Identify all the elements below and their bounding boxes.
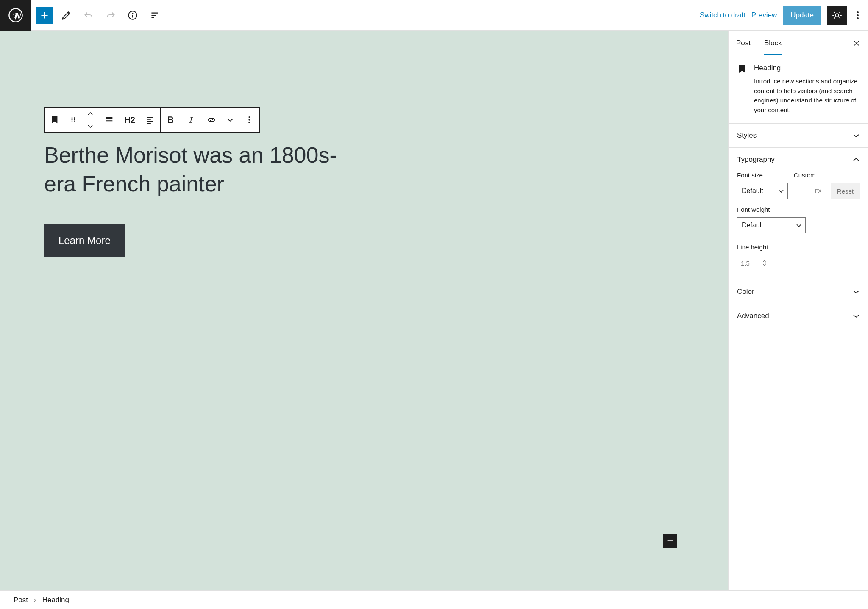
svg-point-4 — [857, 11, 859, 13]
panel-typography[interactable]: Typography — [729, 148, 868, 172]
custom-label: Custom — [794, 172, 825, 179]
chevron-right-icon: › — [34, 596, 36, 604]
close-sidebar-button[interactable] — [853, 39, 860, 47]
tab-post[interactable]: Post — [736, 31, 751, 55]
svg-rect-13 — [106, 117, 113, 119]
settings-button[interactable] — [827, 6, 847, 25]
link-button[interactable] — [201, 108, 222, 132]
info-button[interactable] — [124, 7, 141, 24]
chevron-down-icon — [853, 290, 860, 294]
append-block-button[interactable] — [663, 534, 677, 548]
panel-color[interactable]: Color — [729, 280, 868, 304]
svg-point-8 — [74, 117, 75, 119]
svg-point-15 — [248, 119, 250, 120]
italic-button[interactable] — [181, 108, 201, 132]
button-block[interactable]: Learn More — [44, 224, 125, 257]
block-title: Heading — [754, 64, 860, 72]
font-size-label: Font size — [737, 172, 788, 179]
chevron-down-icon — [853, 314, 860, 318]
editor-topbar: Switch to draft Preview Update — [0, 0, 868, 31]
move-up-button[interactable] — [82, 108, 99, 120]
wordpress-logo[interactable] — [0, 0, 31, 31]
chevron-down-icon — [853, 133, 860, 138]
svg-point-6 — [857, 17, 859, 19]
chevron-down-icon — [778, 189, 784, 193]
svg-point-5 — [857, 14, 859, 16]
heading-level-button[interactable]: H2 — [120, 108, 140, 132]
custom-font-size-input[interactable]: PX — [794, 183, 825, 199]
block-options-button[interactable] — [239, 108, 259, 132]
redo-button[interactable] — [102, 7, 119, 24]
tools-button[interactable] — [58, 7, 75, 24]
tab-block[interactable]: Block — [764, 31, 782, 55]
editor-canvas[interactable]: H2 — [0, 31, 728, 590]
font-size-select[interactable]: Default — [737, 183, 788, 199]
undo-button[interactable] — [80, 7, 97, 24]
breadcrumb-current[interactable]: Heading — [42, 596, 69, 604]
panel-styles[interactable]: Styles — [729, 124, 868, 147]
align-button[interactable] — [99, 108, 120, 132]
chevron-down-icon — [796, 224, 802, 227]
switch-to-draft-button[interactable]: Switch to draft — [700, 11, 746, 19]
settings-sidebar: Post Block Heading Introduce new section… — [728, 31, 868, 590]
more-rich-text-button[interactable] — [222, 108, 239, 132]
svg-point-11 — [72, 121, 73, 122]
add-block-button[interactable] — [36, 7, 53, 24]
svg-point-3 — [835, 14, 839, 17]
svg-point-10 — [74, 119, 75, 121]
text-align-button[interactable] — [140, 108, 160, 132]
svg-point-9 — [72, 119, 73, 121]
stepper-icon — [762, 260, 766, 266]
svg-point-7 — [72, 117, 73, 119]
options-button[interactable] — [853, 6, 863, 25]
preview-button[interactable]: Preview — [751, 11, 777, 19]
block-toolbar: H2 — [44, 107, 260, 133]
block-description: Introduce new sections and organize cont… — [754, 77, 860, 115]
bold-button[interactable] — [161, 108, 181, 132]
font-weight-select[interactable]: Default — [737, 217, 806, 233]
list-view-button[interactable] — [146, 7, 163, 24]
svg-point-14 — [248, 116, 250, 118]
breadcrumb: Post › Heading — [0, 590, 868, 609]
move-down-button[interactable] — [82, 120, 99, 132]
line-height-input[interactable]: 1.5 — [737, 255, 769, 271]
svg-point-2 — [132, 13, 134, 14]
line-height-label: Line height — [737, 244, 860, 251]
heading-block[interactable]: Berthe Morisot was an 1800s-era French p… — [44, 141, 349, 198]
font-weight-label: Font weight — [737, 206, 860, 213]
heading-block-icon — [737, 64, 747, 115]
reset-button[interactable]: Reset — [831, 183, 860, 199]
svg-point-16 — [248, 122, 250, 123]
panel-advanced[interactable]: Advanced — [729, 304, 868, 328]
breadcrumb-root[interactable]: Post — [14, 596, 28, 604]
chevron-up-icon — [853, 158, 860, 162]
block-type-icon[interactable] — [45, 108, 65, 132]
drag-handle-icon[interactable] — [65, 108, 82, 132]
update-button[interactable]: Update — [783, 6, 821, 25]
svg-point-12 — [74, 121, 75, 122]
